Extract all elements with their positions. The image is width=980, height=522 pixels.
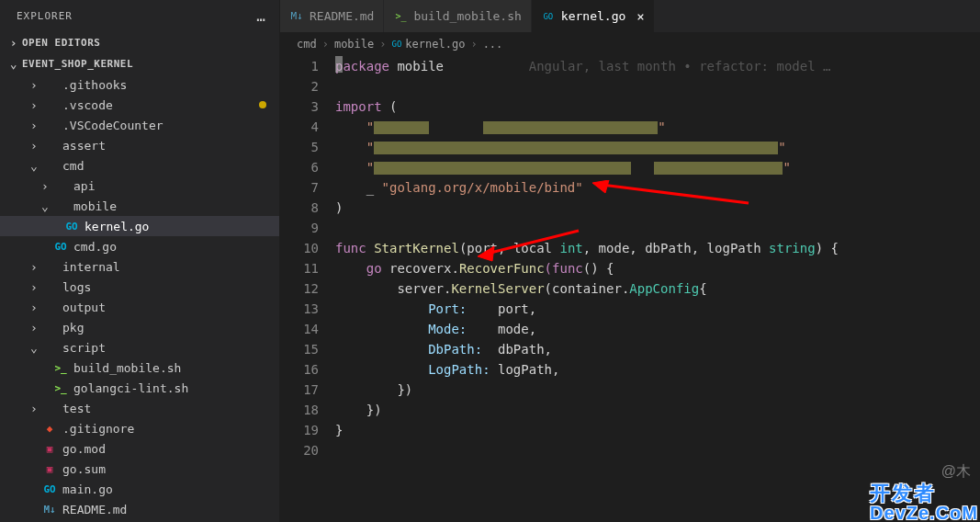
tree-item-golangci-lint-sh[interactable]: >_golangci-lint.sh [0,378,279,398]
line-number: 9 [280,218,319,238]
line-number: 15 [280,339,319,359]
git-icon: ◆ [42,421,57,436]
tree-item-label: README.md [62,503,127,516]
line-number: 16 [280,359,319,380]
folder-icon [42,401,57,415]
tree-item-pkg[interactable]: ›pkg [0,317,279,337]
tree-item-mobile[interactable]: ⌄mobile [0,196,279,216]
line-number: 20 [280,440,319,460]
line-number: 18 [280,400,319,420]
tree-item-label: internal [62,260,120,274]
close-icon[interactable]: × [636,9,644,24]
chevron-icon: › [28,119,40,132]
tree-item-label: .gitignore [62,422,134,436]
tree-item-logs[interactable]: ›logs [0,277,279,297]
tab-README-md[interactable]: M↓README.md [280,0,384,32]
tree-item-cmd[interactable]: ⌄cmd [0,155,279,176]
chevron-down-icon: ⌄ [7,57,20,71]
main-area: M↓README.md>_build_mobile.shGOkernel.go×… [280,0,980,522]
tree-item--githooks[interactable]: ›.githooks [0,74,279,95]
tree-item-output[interactable]: ›output [0,297,279,317]
tree-item-label: build_mobile.sh [73,361,181,375]
chevron-icon: ⌄ [28,159,40,173]
tree-item-label: main.go [62,482,113,496]
folder-icon [42,138,57,153]
line-number: 19 [280,420,319,440]
tree-item-label: logs [62,280,91,294]
open-editors-label: OPEN EDITORS [22,37,100,49]
folder-icon [42,340,57,355]
line-number: 8 [280,198,319,218]
tree-item-label: script [62,341,106,355]
chevron-icon: › [28,78,40,92]
tab-label: kernel.go [561,9,625,23]
tree-item-cmd-go[interactable]: GOcmd.go [0,236,279,256]
md-icon: M↓ [289,10,304,22]
tree-item-label: golangci-lint.sh [73,381,188,395]
line-number: 2 [280,76,319,96]
project-label: EVENT_SHOP_KERNEL [22,58,133,70]
project-section[interactable]: ⌄ EVENT_SHOP_KERNEL [0,53,279,74]
tree-item-label: .githooks [62,78,127,92]
mod-icon: ▣ [42,441,57,456]
folder-icon [42,118,57,132]
tree-item-kernel-go[interactable]: GOkernel.go [0,216,279,236]
breadcrumb[interactable]: cmd› mobile› GO kernel.go› ... [280,32,980,56]
chevron-icon: › [28,402,40,415]
tree-item-label: pkg [62,321,84,335]
tree-item-label: output [62,301,106,314]
go-icon: GO [392,40,402,49]
tree-item-main-go[interactable]: GOmain.go [0,479,279,499]
line-number: 17 [280,380,319,400]
tree-item--VSCodeCounter[interactable]: ›.VSCodeCounter [0,115,279,135]
line-number: 11 [280,258,319,278]
more-icon[interactable]: … [256,7,266,25]
line-number: 4 [280,117,319,137]
tree-item-api[interactable]: ›api [0,176,279,196]
tree-item-go-mod[interactable]: ▣go.mod [0,438,279,459]
line-number: 14 [280,319,319,339]
chevron-icon: › [28,280,40,294]
tree-item-label: .vscode [62,98,113,112]
chevron-icon: › [28,301,40,314]
folder-icon [42,279,57,294]
folder-icon [53,178,68,193]
go-icon: GO [541,12,556,21]
tree-item-label: assert [62,139,106,153]
sh-icon: >_ [393,11,408,21]
code-content[interactable]: package mobile Angular, last month • ref… [335,56,980,522]
explorer-sidebar: EXPLORER … › OPEN EDITORS ⌄ EVENT_SHOP_K… [0,0,280,522]
tree-item--gitignore[interactable]: ◆.gitignore [0,418,279,438]
tree-item-label: .VSCodeCounter [62,119,163,132]
go-icon: GO [42,482,57,496]
tree-item-build_mobile-sh[interactable]: >_build_mobile.sh [0,357,279,378]
tree-item-label: kernel.go [84,220,149,233]
tab-label: README.md [310,9,374,23]
chevron-icon: › [28,139,40,153]
line-numbers: 1234567891011121314151617181920 [280,56,335,522]
editor-tabs: M↓README.md>_build_mobile.shGOkernel.go× [280,0,980,32]
tree-item-label: mobile [73,199,117,213]
tree-item-label: test [62,402,91,415]
tree-item--vscode[interactable]: ›.vscode [0,95,279,115]
code-editor[interactable]: 1234567891011121314151617181920 package … [280,56,980,522]
mod-icon: ▣ [42,461,57,476]
tree-item-internal[interactable]: ›internal [0,256,279,277]
tab-build_mobile-sh[interactable]: >_build_mobile.sh [384,0,531,32]
go-icon: GO [64,219,79,233]
tree-item-assert[interactable]: ›assert [0,135,279,155]
tree-item-test[interactable]: ›test [0,398,279,418]
file-tree: ›.githooks›.vscode›.VSCodeCounter›assert… [0,74,279,522]
sh-icon: >_ [53,380,68,395]
tree-item-README-md[interactable]: M↓README.md [0,499,279,519]
tree-item-script[interactable]: ⌄script [0,337,279,357]
chevron-icon: › [28,260,40,274]
tab-kernel-go[interactable]: GOkernel.go× [532,0,655,32]
modified-indicator [259,101,266,108]
tree-item-go-sum[interactable]: ▣go.sum [0,459,279,479]
line-number: 7 [280,177,319,198]
open-editors-section[interactable]: › OPEN EDITORS [0,32,279,53]
sidebar-header: EXPLORER … [0,0,279,32]
folder-icon [42,158,57,173]
line-number: 3 [280,96,319,117]
